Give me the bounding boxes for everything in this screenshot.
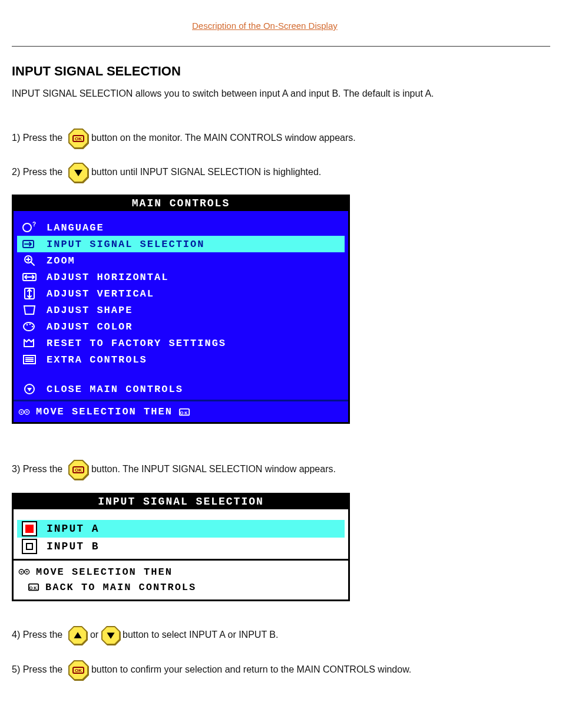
down-button-icon [101,626,120,645]
step-5-after: button to confirm your selection and ret… [91,664,411,674]
osd-item-reset[interactable]: RESET TO FACTORY SETTINGS [17,335,345,351]
svg-marker-19 [20,411,22,413]
ok-mini-icon: OK [178,407,190,417]
svg-text:OK: OK [75,467,82,473]
osd-item-input-signal[interactable]: INPUT SIGNAL SELECTION [17,236,345,252]
input-signal-icon [19,238,39,251]
osd-sel-body: INPUT A INPUT B [14,509,348,559]
svg-text:OK: OK [75,668,82,673]
osd-footer-label: MOVE SELECTION THEN [36,406,173,417]
up-button-icon [68,626,87,645]
svg-point-13 [29,324,31,325]
osd-main-controls: MAIN CONTROLS ? LANGUAGE INPUT SIGNAL SE… [12,195,350,424]
osd-item-adjust-vertical[interactable]: ADJUST VERTICAL [17,285,345,302]
input-a-marker-icon [19,522,39,535]
svg-text:OK: OK [29,585,38,591]
osd-item-language[interactable]: ? LANGUAGE [17,219,345,236]
step-2: 2) Press the button until INPUT SIGNAL S… [12,163,538,183]
osd-item-label: EXTRA CONTROLS [47,354,147,365]
page-intro: INPUT SIGNAL SELECTION allows you to swi… [12,85,538,101]
step-2-after: button until INPUT SIGNAL SELECTION is h… [91,167,321,177]
osd-sel-title: INPUT SIGNAL SELECTION [14,495,348,509]
osd-sel-footer2: BACK TO MAIN CONTROLS [45,582,196,593]
osd-item-adjust-horizontal[interactable]: ADJUST HORIZONTAL [17,269,345,285]
osd-item-close[interactable]: CLOSE MAIN CONTROLS [17,381,345,397]
step-4-mid: or [90,630,101,640]
step-3-num: 3) Press the [12,461,66,477]
adjust-vertical-icon [19,287,39,300]
step-5-num: 5) Press the [12,661,66,677]
step-3-after: button. The INPUT SIGNAL SELECTION windo… [91,464,336,474]
input-b-marker-icon [19,540,39,553]
osd-sel-footer: MOVE SELECTION THEN OK BACK TO MAIN CONT… [14,559,348,599]
updown-icon [18,407,30,417]
step-2-num: 2) Press the [12,164,66,180]
language-icon: ? [19,221,39,234]
osd-sel-input-b[interactable]: INPUT B [17,538,345,555]
svg-marker-17 [27,388,32,391]
osd-input-signal-selection: INPUT SIGNAL SELECTION INPUT A INPUT B M… [12,493,350,601]
ok-mini-icon: OK [28,582,39,592]
step-5: 5) Press the OK button to confirm your s… [12,660,538,680]
close-down-icon [19,383,39,396]
step-4: 4) Press the or button to select INPUT A… [12,626,538,645]
osd-sel-input-a[interactable]: INPUT A [17,520,345,538]
ok-button-icon: OK [68,129,88,149]
osd-sel-label: INPUT A [47,523,100,535]
osd-sel-footer1: MOVE SELECTION THEN [36,566,173,578]
reset-icon [19,337,39,350]
step-3: 3) Press the OK button. The INPUT SIGNAL… [12,460,538,480]
osd-item-label: CLOSE MAIN CONTROLS [47,384,183,395]
svg-marker-30 [26,571,28,572]
osd-item-label: INPUT SIGNAL SELECTION [47,239,204,250]
svg-text:OK: OK [75,136,82,141]
osd-sel-label: INPUT B [47,541,100,552]
step-1-after: button on the monitor. The MAIN CONTROLS… [91,133,356,143]
step-4-after: button to select INPUT A or INPUT B. [123,630,278,640]
svg-text:?: ? [32,221,37,228]
down-button-icon [68,163,88,183]
svg-point-14 [32,326,34,328]
osd-item-label: ADJUST COLOR [47,321,133,332]
osd-item-adjust-color[interactable]: ADJUST COLOR [17,318,345,335]
osd-description-link[interactable]: Description of the On-Screen Display [192,21,338,31]
osd-item-extra-controls[interactable]: EXTRA CONTROLS [17,351,345,368]
osd-item-label: ADJUST HORIZONTAL [47,272,168,283]
osd-main-footer: MOVE SELECTION THEN OK [14,400,348,422]
updown-icon [18,567,30,577]
osd-item-label: RESET TO FACTORY SETTINGS [47,338,226,349]
step-1: 1) Press the OK button on the monitor. T… [12,129,538,149]
svg-marker-21 [26,411,28,413]
osd-item-label: LANGUAGE [47,222,104,233]
svg-point-5 [23,223,31,232]
adjust-horizontal-icon [19,271,39,284]
svg-text:OK: OK [180,410,189,415]
osd-item-adjust-shape[interactable]: ADJUST SHAPE [17,302,345,318]
osd-item-label: ZOOM [47,255,75,266]
ok-button-icon: OK [68,660,88,680]
ok-button-icon: OK [68,460,88,480]
step-4-num: 4) Press the [12,627,66,643]
adjust-color-icon [19,320,39,333]
svg-marker-28 [20,571,22,573]
osd-item-zoom[interactable]: ZOOM [17,252,345,269]
step-1-num: 1) Press the [12,130,66,146]
adjust-shape-icon [19,304,39,317]
svg-point-12 [27,324,28,326]
zoom-icon [19,254,39,267]
divider [12,46,550,47]
osd-item-label: ADJUST SHAPE [47,305,133,316]
page-title: INPUT SIGNAL SELECTION [12,64,181,79]
osd-main-title: MAIN CONTROLS [14,196,348,211]
osd-item-label: ADJUST VERTICAL [47,288,154,299]
osd-main-body: ? LANGUAGE INPUT SIGNAL SELECTION ZOOM A… [14,211,348,400]
extra-controls-icon [19,353,39,366]
